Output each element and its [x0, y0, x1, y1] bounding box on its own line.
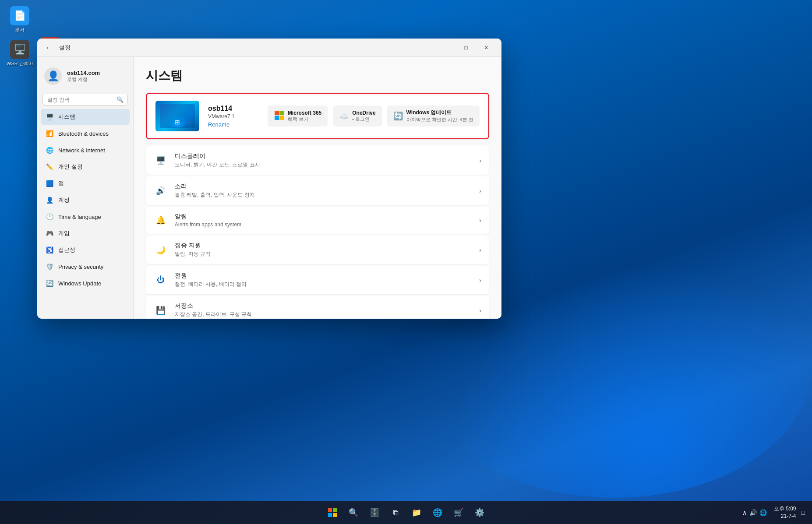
close-button[interactable]: ✕: [476, 41, 496, 55]
power-desc: 절전, 배터리 사용, 배터리 절약: [175, 281, 472, 288]
desktop-icon-docs[interactable]: 📄 문서: [4, 4, 35, 35]
quick-links: Microsoft 365 혜택 보기 ☁️ OneDrive • 로그인: [268, 106, 480, 127]
taskbar-task-view-button[interactable]: 🗄️: [366, 504, 383, 521]
quick-link-onedrive[interactable]: ☁️ OneDrive • 로그인: [333, 106, 381, 127]
page-title: 시스템: [146, 67, 489, 84]
taskbar-edge-button[interactable]: 🌐: [429, 504, 446, 521]
taskbar-settings-button[interactable]: ⚙️: [471, 504, 488, 521]
settings-item-sound[interactable]: 🔊 소리 볼륨 레벨, 출력, 입력, 사운드 장치 ›: [146, 176, 489, 205]
quick-link-ms365[interactable]: Microsoft 365 혜택 보기: [268, 106, 328, 127]
ms365-icon: [274, 110, 284, 123]
ms365-title: Microsoft 365: [288, 110, 321, 116]
sidebar-item-bluetooth[interactable]: 📶 Bluetooth & devices: [41, 126, 130, 141]
settings-item-focus[interactable]: 🌙 집중 지원 알림, 자동 규칙 ›: [146, 236, 489, 264]
taskbar-start-button[interactable]: [324, 504, 341, 521]
computer-preview-inner: ⊞: [160, 104, 195, 128]
power-chevron: ›: [479, 277, 481, 284]
gaming-icon: 🎮: [45, 229, 54, 238]
rename-button[interactable]: Rename: [208, 121, 259, 128]
winupdate-title: Windows 업데이트: [406, 109, 473, 116]
search-box: 🔍: [42, 94, 128, 106]
apps-label: 앱: [58, 179, 64, 187]
settings-main: 시스템 ⊞ osb114 VMware7,1 Rena: [134, 57, 501, 319]
sidebar-item-system[interactable]: 🖥️ 시스템: [41, 109, 130, 125]
search-icon: 🔍: [117, 96, 124, 103]
desktop-icon-wsr[interactable]: 🖥️ WSR 관리.0: [4, 38, 35, 68]
notifications-icon: 🔔: [154, 213, 168, 227]
chevron-up-icon[interactable]: ∧: [742, 509, 747, 516]
windows-update-icon: 🔄: [45, 279, 54, 288]
settings-sidebar: 👤 osb114.com 로컬 계정 🔍 🖥️ 시스템: [37, 57, 134, 319]
display-chevron: ›: [479, 157, 481, 164]
svg-rect-0: [275, 111, 279, 115]
storage-title: 저장소: [175, 302, 472, 310]
user-profile[interactable]: 👤 osb114.com 로컬 계정: [41, 62, 130, 90]
maximize-button[interactable]: □: [456, 41, 476, 55]
settings-item-display[interactable]: 🖥️ 디스플레이 모니터, 밝기, 야간 모드, 프로필 표시 ›: [146, 146, 489, 175]
user-name: osb114.com: [67, 70, 100, 76]
storage-chevron: ›: [479, 307, 481, 314]
taskbar-search-button[interactable]: 🔍: [345, 504, 362, 521]
settings-body: 👤 osb114.com 로컬 계정 🔍 🖥️ 시스템: [37, 57, 501, 319]
sidebar-item-time-language[interactable]: 🕐 Time & language: [41, 209, 130, 225]
quick-link-winupdate[interactable]: 🔄 Windows 업데이트 마지막으로 확인한 시간: 4분 전: [387, 106, 480, 127]
focus-text: 집중 지원 알림, 자동 규칙: [175, 242, 472, 258]
settings-item-notifications[interactable]: 🔔 알림 Alerts from apps and system ›: [146, 207, 489, 234]
accounts-label: 계정: [58, 196, 70, 204]
power-title: 전원: [175, 272, 472, 280]
apps-icon: 🟦: [45, 179, 54, 188]
taskbar-clock[interactable]: 오후 5:09 21-7-4: [774, 505, 796, 520]
user-role: 로컬 계정: [67, 76, 100, 83]
storage-text: 저장소 저장소 공간, 드라이브, 구성 규칙: [175, 302, 472, 318]
sound-text: 소리 볼륨 레벨, 출력, 입력, 사운드 장치: [175, 183, 472, 199]
accessibility-label: 접근성: [58, 246, 75, 254]
settings-item-power[interactable]: ⏻ 전원 절전, 배터리 사용, 배터리 절약 ›: [146, 266, 489, 294]
windows-update-label: Windows Update: [58, 280, 101, 287]
onedrive-title: OneDrive: [352, 110, 375, 116]
display-title: 디스플레이: [175, 152, 472, 160]
sound-chevron: ›: [479, 187, 481, 194]
sidebar-item-windows-update[interactable]: 🔄 Windows Update: [41, 275, 130, 291]
taskbar-center: 🔍 🗄️ ⧉ 📁 🌐 🛒 ⚙️: [324, 504, 488, 521]
network-status-icon[interactable]: 🌐: [759, 509, 767, 516]
sidebar-item-network[interactable]: 🌐 Network & internet: [41, 142, 130, 158]
sidebar-item-apps[interactable]: 🟦 앱: [41, 176, 130, 191]
winupdate-icon: 🔄: [393, 111, 403, 121]
personalization-icon: ✏️: [45, 162, 54, 171]
notifications-desc: Alerts from apps and system: [175, 222, 472, 228]
svg-rect-6: [328, 513, 332, 517]
display-icon: 🖥️: [154, 154, 168, 168]
speakers-icon[interactable]: 🔊: [749, 509, 757, 516]
computer-card: ⊞ osb114 VMware7,1 Rename: [146, 93, 489, 139]
notifications-chevron: ›: [479, 217, 481, 224]
system-icon: 🖥️: [45, 113, 54, 121]
minimize-button[interactable]: —: [436, 41, 456, 55]
svg-rect-4: [328, 508, 332, 512]
settings-item-storage[interactable]: 💾 저장소 저장소 공간, 드라이브, 구성 규칙 ›: [146, 296, 489, 319]
search-input[interactable]: [47, 97, 113, 103]
sidebar-item-privacy[interactable]: 🛡️ Privacy & security: [41, 259, 130, 274]
sidebar-item-accounts[interactable]: 👤 계정: [41, 192, 130, 208]
system-label: 시스템: [58, 113, 75, 121]
svg-rect-7: [333, 513, 337, 517]
desktop-icons-left: 📄 문서 🖥️ WSR 관리.0: [4, 4, 35, 68]
taskbar-explorer-button[interactable]: 📁: [408, 504, 425, 521]
sidebar-item-personalization[interactable]: ✏️ 개인 설정: [41, 159, 130, 175]
network-label: Network & internet: [58, 147, 105, 154]
notification-center-icon[interactable]: □: [801, 509, 805, 516]
title-bar: ← 설정 — □ ✕: [37, 39, 501, 57]
sidebar-item-accessibility[interactable]: ♿ 접근성: [41, 242, 130, 258]
personalization-label: 개인 설정: [58, 163, 83, 171]
taskbar: 🔍 🗄️ ⧉ 📁 🌐 🛒 ⚙️ ∧ 🔊: [0, 501, 812, 524]
svg-rect-2: [275, 116, 279, 120]
winupdate-sub: 마지막으로 확인한 시간: 4분 전: [406, 116, 473, 123]
gaming-label: 게임: [58, 229, 70, 237]
svg-rect-3: [279, 116, 284, 120]
time-label: Time & language: [58, 214, 101, 220]
sidebar-item-gaming[interactable]: 🎮 게임: [41, 225, 130, 241]
network-icon: 🌐: [45, 146, 54, 155]
window-controls: — □ ✕: [436, 41, 496, 55]
taskbar-store-button[interactable]: 🛒: [450, 504, 467, 521]
back-button[interactable]: ←: [42, 42, 55, 54]
taskbar-widgets-button[interactable]: ⧉: [387, 504, 404, 521]
